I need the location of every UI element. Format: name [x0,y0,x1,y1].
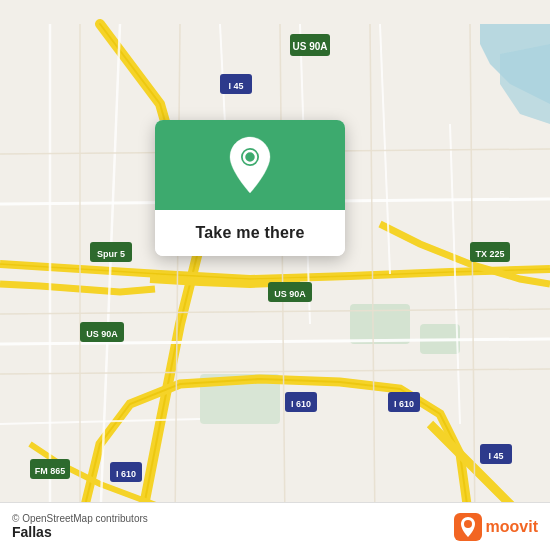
location-pin-icon [224,135,276,195]
svg-text:US 90A: US 90A [292,41,327,52]
svg-text:FM 865: FM 865 [35,466,66,476]
svg-text:US 90A: US 90A [86,329,118,339]
svg-text:US 90A: US 90A [274,289,306,299]
location-label: Fallas [12,524,148,540]
svg-text:I 610: I 610 [116,469,136,479]
svg-text:I 45: I 45 [488,451,503,461]
moovit-text: moovit [486,518,538,536]
map-container: US 90A I 45 Spur 5 US 90A US 90A TX 225 … [0,0,550,550]
bottom-bar: © OpenStreetMap contributors Fallas moov… [0,502,550,550]
popup-icon-area [155,120,345,210]
popup-card: Take me there [155,120,345,256]
take-me-there-button[interactable]: Take me there [155,210,345,256]
bottom-left: © OpenStreetMap contributors Fallas [12,513,148,540]
svg-text:TX 225: TX 225 [475,249,504,259]
map-attribution: © OpenStreetMap contributors [12,513,148,524]
svg-text:I 610: I 610 [291,399,311,409]
moovit-brand-icon [454,513,482,541]
svg-text:Spur 5: Spur 5 [97,249,125,259]
svg-text:I 45: I 45 [228,81,243,91]
svg-text:I 610: I 610 [394,399,414,409]
svg-point-46 [464,520,472,528]
moovit-logo: moovit [454,513,538,541]
